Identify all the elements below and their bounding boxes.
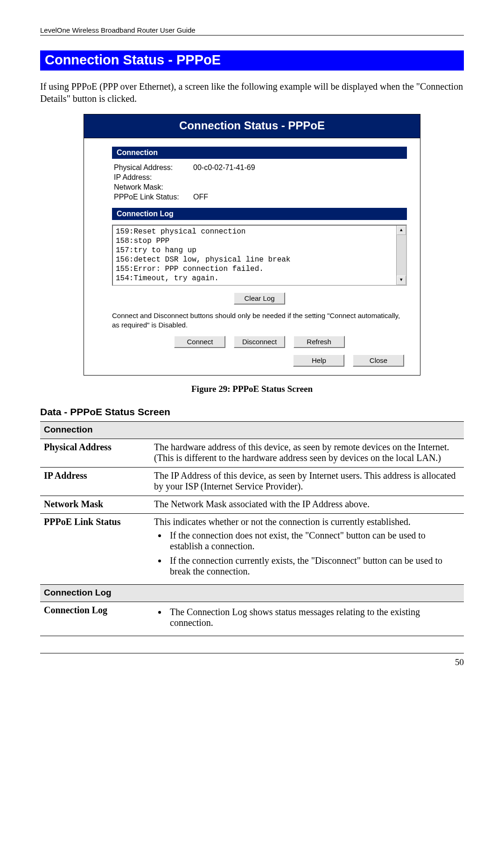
page-footer: 50	[40, 653, 464, 667]
table-row: PPPoE Link Status This indicates whether…	[40, 514, 464, 585]
table-row: Physical Address The hardware address of…	[40, 439, 464, 468]
disconnect-button[interactable]: Disconnect	[234, 336, 285, 348]
row-desc-mask: The Network Mask associated with the IP …	[150, 496, 464, 514]
page-number: 50	[455, 657, 464, 667]
physical-address-label: Physical Address:	[114, 163, 193, 172]
table-section-connection: Connection	[40, 422, 464, 439]
scroll-down-icon[interactable]: ▾	[397, 276, 406, 285]
ip-address-label: IP Address:	[114, 173, 193, 182]
help-button[interactable]: Help	[293, 355, 344, 367]
refresh-button[interactable]: Refresh	[294, 336, 345, 348]
row-desc-link-text: This indicates whether or not the connec…	[154, 517, 411, 527]
connection-subheader: Connection	[112, 147, 407, 159]
section-title: Connection Status - PPPoE	[40, 50, 464, 71]
link-bullet-1: If the connection does not exist, the "C…	[167, 530, 460, 552]
network-mask-label: Network Mask:	[114, 183, 193, 191]
row-label-ip: IP Address	[40, 468, 150, 496]
row-label-log: Connection Log	[40, 602, 150, 636]
panel-title: Connection Status - PPPoE	[84, 114, 420, 138]
row-label-physical: Physical Address	[40, 439, 150, 468]
row-desc-ip: The IP Address of this device, as seen b…	[150, 468, 464, 496]
connect-button[interactable]: Connect	[174, 336, 225, 348]
scroll-up-icon[interactable]: ▴	[397, 226, 406, 235]
connection-log-box[interactable]: 159:Reset physical connection 158:stop P…	[112, 225, 407, 286]
status-panel: Connection Status - PPPoE Connection Phy…	[84, 114, 420, 376]
data-table: Connection Physical Address The hardware…	[40, 421, 464, 636]
physical-address-value: 00-c0-02-71-41-69	[193, 163, 255, 172]
row-desc-log: The Connection Log shows status messages…	[150, 602, 464, 636]
row-label-link: PPPoE Link Status	[40, 514, 150, 585]
log-bullet-1: The Connection Log shows status messages…	[167, 607, 460, 628]
row-label-mask: Network Mask	[40, 496, 150, 514]
link-status-label: PPPoE Link Status:	[114, 193, 193, 201]
row-desc-link: This indicates whether or not the connec…	[150, 514, 464, 585]
connection-rows: Physical Address: 00-c0-02-71-41-69 IP A…	[114, 163, 407, 201]
table-section-log: Connection Log	[40, 585, 464, 602]
table-row: Connection Log The Connection Log shows …	[40, 602, 464, 636]
link-status-value: OFF	[193, 193, 208, 201]
intro-paragraph: If using PPPoE (PPP over Ethernet), a sc…	[40, 81, 464, 105]
table-row: Network Mask The Network Mask associated…	[40, 496, 464, 514]
connection-log-text: 159:Reset physical connection 158:stop P…	[113, 226, 396, 285]
close-button[interactable]: Close	[353, 355, 404, 367]
figure-caption: Figure 29: PPPoE Status Screen	[40, 384, 464, 394]
log-subheader: Connection Log	[112, 208, 407, 220]
link-bullet-2: If the connection currently exists, the …	[167, 555, 460, 577]
clear-log-button[interactable]: Clear Log	[234, 292, 285, 305]
log-scrollbar[interactable]: ▴ ▾	[396, 226, 406, 285]
connect-note: Connect and Disconnect buttons should on…	[112, 311, 407, 329]
data-section-title: Data - PPPoE Status Screen	[40, 406, 464, 418]
table-row: IP Address The IP Address of this device…	[40, 468, 464, 496]
row-desc-physical: The hardware address of this device, as …	[150, 439, 464, 468]
scroll-track[interactable]	[397, 235, 406, 276]
document-header: LevelOne Wireless Broadband Router User …	[40, 26, 464, 35]
